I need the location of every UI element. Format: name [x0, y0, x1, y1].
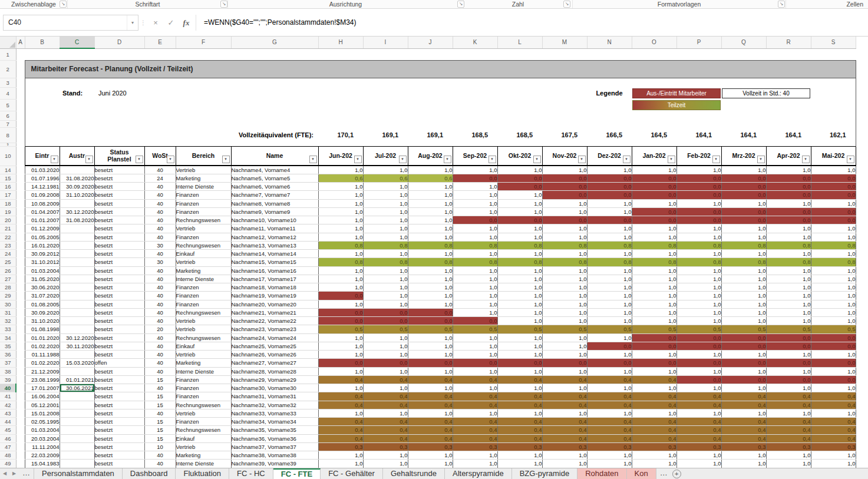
cell-bereich[interactable]: Vertrieb [176, 409, 231, 417]
cell-bereich[interactable]: Finanzen [176, 191, 231, 199]
cell-fte-month[interactable]: 0,0 [632, 216, 676, 224]
cell-austritt[interactable] [60, 460, 94, 468]
cell-fte-month[interactable]: 1,0 [318, 191, 363, 199]
enter-button[interactable]: ✓ [163, 15, 179, 31]
cell[interactable] [16, 111, 25, 120]
column-header-C[interactable]: C [60, 37, 94, 48]
cell-fte-month[interactable]: 1,0 [363, 351, 408, 359]
cell-eintritt[interactable]: 17.01.2007 [25, 384, 60, 392]
formula-input[interactable]: =WENN($G40="";"";Personalstammdaten!$M34… [198, 18, 356, 27]
cell-fte-month[interactable]: 1,0 [408, 191, 453, 199]
cell-fte-month[interactable]: 1,0 [811, 275, 856, 283]
tab-overflow-right[interactable]: … [656, 468, 671, 479]
cell-fte-month[interactable]: 0,4 [632, 392, 676, 401]
column-header-G[interactable]: G [231, 37, 318, 48]
cell-fte-month[interactable]: 0,3 [632, 442, 676, 451]
cell-fte-month[interactable]: 1,0 [363, 199, 408, 207]
cell-fte-month[interactable]: 1,0 [811, 409, 856, 417]
cell-fte-month[interactable]: 1,0 [363, 300, 408, 308]
cell-fte-month[interactable]: 0,4 [318, 434, 363, 442]
cell-fte-month[interactable]: 1,0 [632, 233, 676, 241]
cell-fte-month[interactable]: 0,4 [587, 418, 632, 426]
cell-fte-month[interactable]: 0,4 [408, 375, 453, 384]
column-header-P[interactable]: P [676, 37, 721, 48]
cell-fte-month[interactable]: 1,0 [721, 266, 766, 275]
tab-overflow-left[interactable]: … [19, 468, 34, 479]
cell-status[interactable]: besetzt [94, 191, 144, 199]
cell-wochenstunden[interactable]: 40 [144, 300, 176, 308]
cell-fte-month[interactable]: 0,0 [453, 359, 497, 367]
cell-fte-month[interactable]: 1,0 [453, 460, 497, 468]
cell-wochenstunden[interactable]: 40 [144, 409, 176, 417]
cell-eintritt[interactable]: 15.04.1983 [25, 460, 60, 468]
cell[interactable] [25, 87, 60, 99]
cell-fte-month[interactable]: 1,0 [811, 300, 856, 308]
cell-fte-month[interactable]: 0,4 [721, 434, 766, 442]
cell-fte-month[interactable]: 1,0 [363, 207, 408, 216]
cell-name[interactable]: Nachname19, Vorname19 [231, 292, 318, 300]
cell-name[interactable]: Nachname23, Vorname23 [231, 325, 318, 333]
cell[interactable] [16, 241, 25, 249]
cell-austritt[interactable]: 31.08.2020 [60, 216, 94, 224]
row-header-24[interactable]: 24 [0, 250, 16, 258]
cell-fte-month[interactable]: 0,5 [363, 325, 408, 333]
cell-fte-month[interactable]: 0,0 [453, 174, 497, 182]
row-header-40[interactable]: 40 [0, 384, 16, 392]
cell-bereich[interactable]: Finanzen [176, 292, 231, 300]
cell-fte-month[interactable]: 0,0 [632, 207, 676, 216]
cell-bereich[interactable]: Vertrieb [176, 258, 231, 266]
cell-fte-month[interactable]: 1,0 [721, 199, 766, 207]
cell-fte-month[interactable]: 1,0 [721, 384, 766, 392]
cell-eintritt[interactable]: 10.08.2009 [25, 199, 60, 207]
sheet-tab-fc-hc[interactable]: FC - HC [229, 468, 273, 479]
cell-fte-month[interactable]: 0,0 [766, 183, 811, 191]
column-header-H[interactable]: H [318, 37, 363, 48]
cell-bereich[interactable]: Rechnungswesen [176, 401, 231, 409]
cell-fte-month[interactable]: 1,0 [587, 308, 632, 316]
cell-fte-month[interactable]: 0,8 [766, 258, 811, 266]
cell[interactable] [16, 120, 25, 127]
cell-wochenstunden[interactable]: 40 [144, 233, 176, 241]
cell-status[interactable]: besetzt [94, 266, 144, 275]
cell-fte-month[interactable]: 1,0 [453, 351, 497, 359]
cell-fte-month[interactable]: 0,0 [811, 216, 856, 224]
cell-fte-month[interactable]: 1,0 [676, 460, 721, 468]
cell-fte-month[interactable]: 1,0 [721, 317, 766, 325]
cell-fte-month[interactable]: 0,8 [542, 258, 587, 266]
column-header-apr-202[interactable]: Apr-202▼ [766, 146, 811, 166]
cell-fte-month[interactable]: 1,0 [632, 317, 676, 325]
cell-fte-month[interactable]: 0,4 [721, 426, 766, 434]
cell-fte-month[interactable]: 1,0 [542, 317, 587, 325]
cell[interactable] [25, 78, 856, 87]
cell-wochenstunden[interactable]: 40 [144, 359, 176, 367]
cell-wochenstunden[interactable]: 40 [144, 342, 176, 350]
cell-fte-month[interactable]: 1,0 [453, 191, 497, 199]
column-header-A[interactable]: A [16, 37, 25, 48]
cell-status[interactable]: besetzt [94, 207, 144, 216]
cell-fte-month[interactable]: 1,0 [632, 250, 676, 258]
cell-eintritt[interactable]: 16.01.2020 [25, 241, 60, 249]
cell[interactable] [811, 99, 856, 111]
cell-fte-month[interactable]: 0,4 [318, 392, 363, 401]
cell-fte-month[interactable]: 0,8 [497, 258, 542, 266]
cell-fte-month[interactable]: 1,0 [363, 183, 408, 191]
dialog-launcher-icon[interactable]: ↘ [60, 1, 67, 8]
cell-fte-month[interactable]: 0,4 [811, 392, 856, 401]
cell[interactable] [16, 292, 25, 300]
cell-fte-month[interactable]: 1,0 [453, 300, 497, 308]
cell-status[interactable]: besetzt [94, 308, 144, 316]
cell-fte-month[interactable]: 1,0 [542, 384, 587, 392]
cell[interactable] [16, 258, 25, 266]
cell-fte-month[interactable]: 0,4 [811, 401, 856, 409]
cell[interactable] [16, 308, 25, 316]
cell[interactable] [16, 317, 25, 325]
cell-fte-month[interactable]: 0,8 [811, 258, 856, 266]
cell-fte-month[interactable]: 1,0 [408, 199, 453, 207]
cell-status[interactable]: besetzt [94, 174, 144, 182]
cell[interactable] [16, 174, 25, 182]
cell-fte-month[interactable]: 0,4 [408, 434, 453, 442]
cell-status[interactable]: besetzt [94, 375, 144, 384]
cell-status[interactable]: besetzt [94, 434, 144, 442]
cell-fte-month[interactable]: 0,4 [453, 434, 497, 442]
cell-fte-month[interactable]: 1,0 [453, 342, 497, 350]
